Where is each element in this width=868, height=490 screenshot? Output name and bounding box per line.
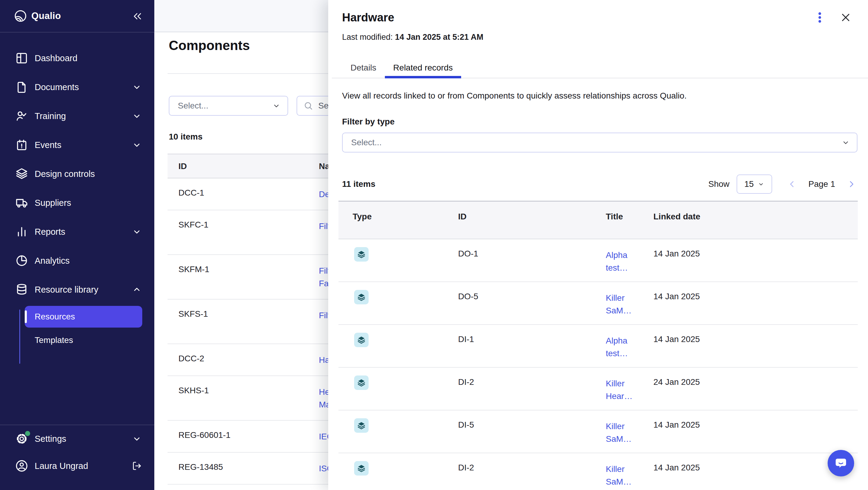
chevron-down-icon <box>841 138 850 147</box>
record-type-badge <box>354 375 369 390</box>
previous-page-button[interactable] <box>786 178 798 190</box>
sidebar-item-label: Dashboard <box>35 53 78 63</box>
chat-launcher-button[interactable] <box>828 450 854 477</box>
record-title-link[interactable]: Killer SaM… <box>606 463 646 488</box>
record-title-link[interactable]: Killer Hear… <box>606 377 646 403</box>
components-items-count: 10 items <box>169 132 203 142</box>
chevron-down-icon <box>272 101 281 110</box>
components-filter-select[interactable]: Select... <box>169 96 288 116</box>
page-title: Components <box>169 38 250 53</box>
close-icon <box>839 11 852 24</box>
record-linked-date: 14 Jan 2025 <box>653 420 700 430</box>
record-title-link[interactable]: Killer SaM… <box>606 420 646 446</box>
sidebar-item-training[interactable]: Training <box>0 101 154 130</box>
component-id: DCC-1 <box>179 188 204 198</box>
chevron-down-icon <box>131 433 142 444</box>
record-linked-date: 14 Jan 2025 <box>653 249 700 258</box>
component-id: REG-13485 <box>179 462 223 472</box>
next-page-button[interactable] <box>845 178 858 190</box>
chevrons-left-icon <box>132 11 143 22</box>
record-type-badge <box>354 418 369 433</box>
related-records-table: Type ID Title Linked date <box>338 201 858 490</box>
column-header-id: ID <box>458 212 467 221</box>
record-type-badge <box>354 247 369 262</box>
record-linked-date: 14 Jan 2025 <box>653 292 700 301</box>
component-id: SKFC-1 <box>179 220 209 229</box>
sidebar-item-suppliers[interactable]: Suppliers <box>0 188 154 217</box>
component-id: DCC-2 <box>179 354 204 363</box>
layers-icon <box>356 292 366 302</box>
component-id: REG-60601-1 <box>179 430 230 440</box>
record-linked-date: 14 Jan 2025 <box>653 335 700 344</box>
page-indicator: Page 1 <box>808 179 835 189</box>
active-indicator <box>25 310 27 323</box>
record-title-link[interactable]: Alpha test… <box>606 335 646 360</box>
sidebar-item-resource-library[interactable]: Resource library <box>0 275 154 304</box>
drawer-menu-button[interactable] <box>812 10 828 25</box>
sidebar-item-reports[interactable]: Reports <box>0 217 154 246</box>
layers-icon <box>15 167 28 181</box>
last-modified: Last modified: 14 Jan 2025 at 5:21 AM <box>342 33 484 42</box>
sidebar-item-dashboard[interactable]: Dashboard <box>0 44 154 73</box>
logout-icon[interactable] <box>131 460 142 471</box>
sidebar-item-user[interactable]: Laura Ungrad <box>0 452 154 480</box>
page-size-value: 15 <box>744 179 754 189</box>
sidebar-item-documents[interactable]: Documents <box>0 73 154 101</box>
page-size-select[interactable]: 15 <box>737 175 772 194</box>
record-id: DI-2 <box>458 463 474 472</box>
pie-chart-icon <box>15 254 28 267</box>
qualio-logo-icon <box>14 9 27 23</box>
sidebar-footer: Settings Laura Ungrad <box>0 425 154 480</box>
component-id: SKFM-1 <box>179 265 210 274</box>
related-items-count: 11 items <box>342 179 708 189</box>
sidebar-collapse-button[interactable] <box>130 10 145 23</box>
related-record-row: DI-5 Killer SaM… 14 Jan 2025 <box>338 410 858 453</box>
gear-icon <box>15 432 28 446</box>
brand: Qualio <box>0 0 154 33</box>
sidebar: Qualio Dashboard Documents <box>0 0 154 490</box>
record-id: DI-1 <box>458 335 474 344</box>
user-name: Laura Ungrad <box>35 461 88 471</box>
sidebar-item-analytics[interactable]: Analytics <box>0 246 154 275</box>
record-type-badge <box>354 290 369 304</box>
sidebar-item-label: Design controls <box>35 169 95 179</box>
record-linked-date: 24 Jan 2025 <box>653 377 700 387</box>
record-type-filter-select[interactable]: Select... <box>342 132 858 152</box>
drawer-tabs: Details Related records <box>342 59 461 76</box>
record-id: DO-1 <box>458 249 478 258</box>
record-title-link[interactable]: Alpha test… <box>606 249 646 274</box>
sidebar-item-label: Suppliers <box>35 198 71 208</box>
sidebar-item-label: Settings <box>35 434 66 444</box>
database-icon <box>15 283 28 296</box>
sidebar-item-label: Analytics <box>35 256 70 266</box>
sidebar-item-templates[interactable]: Templates <box>25 329 142 351</box>
user-circle-icon <box>15 459 28 472</box>
related-records-table-header: Type ID Title Linked date <box>338 201 858 239</box>
record-title-link[interactable]: Killer SaM… <box>606 292 646 317</box>
column-header-linked-date: Linked date <box>653 212 701 221</box>
dashboard-icon <box>15 52 28 65</box>
sidebar-item-label: Documents <box>35 82 79 92</box>
drawer-close-button[interactable] <box>838 10 854 25</box>
component-id: SKHS-1 <box>179 386 209 395</box>
chevron-left-icon <box>787 179 797 189</box>
related-record-row: DI-2 Killer Hear… 24 Jan 2025 <box>338 368 858 410</box>
related-record-row: DO-5 Killer SaM… 14 Jan 2025 <box>338 282 858 325</box>
record-id: DO-5 <box>458 292 478 301</box>
related-record-row: DO-1 Alpha test… 14 Jan 2025 <box>338 239 858 282</box>
sidebar-item-settings[interactable]: Settings <box>0 425 154 452</box>
record-linked-date: 14 Jan 2025 <box>653 463 700 472</box>
select-placeholder: Select... <box>178 101 208 111</box>
record-type-badge <box>354 461 369 476</box>
calendar-alert-icon <box>15 138 28 152</box>
drawer-header: Hardware <box>342 10 854 25</box>
tab-details[interactable]: Details <box>342 59 385 76</box>
tab-related-records[interactable]: Related records <box>385 59 461 76</box>
sidebar-item-design-controls[interactable]: Design controls <box>0 159 154 188</box>
sidebar-item-resources[interactable]: Resources <box>25 306 142 328</box>
chevron-down-icon <box>757 181 765 188</box>
chevron-down-icon <box>131 226 142 237</box>
sidebar-item-label: Reports <box>35 227 65 237</box>
sidebar-item-events[interactable]: Events <box>0 130 154 159</box>
last-modified-label: Last modified: <box>342 33 393 41</box>
